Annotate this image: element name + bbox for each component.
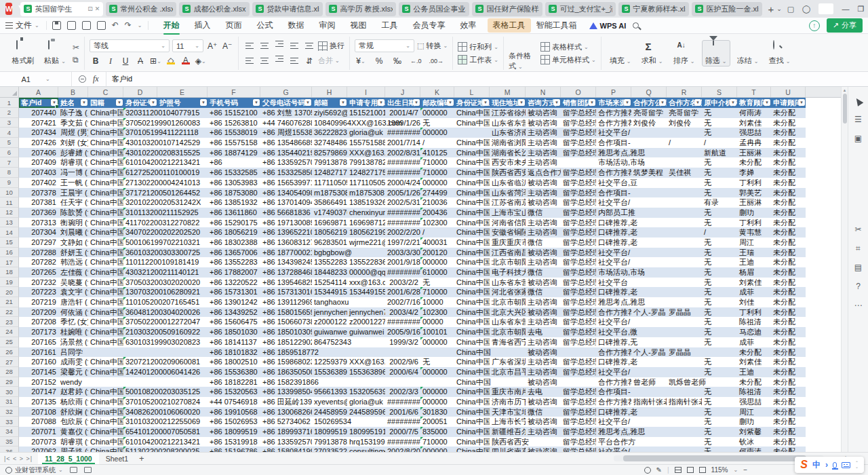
cell[interactable]: 社交平台/	[596, 248, 631, 258]
cell[interactable]: +86 19910568	[208, 407, 260, 417]
cell[interactable]: 合作方推荐	[596, 397, 631, 407]
cell[interactable]: 710000	[420, 168, 454, 178]
cell[interactable]: China中国	[454, 227, 490, 238]
cell[interactable]: 社交平台/	[596, 417, 631, 427]
cell[interactable]: jennychen7	[312, 307, 347, 318]
cell[interactable]: 000000	[420, 178, 454, 188]
column-header-O[interactable]: O	[561, 87, 596, 97]
cell[interactable]: 207219	[19, 297, 58, 307]
filter-dropdown-icon[interactable]: ▼	[798, 99, 805, 106]
row-header-2[interactable]: 2	[0, 108, 19, 118]
align-top-icon[interactable]	[243, 40, 256, 52]
cell[interactable]: 王迪	[737, 367, 771, 377]
shrink-font-button[interactable]: A⁻	[221, 40, 233, 52]
cell[interactable]: ########	[385, 397, 420, 407]
cell[interactable]: 2002/8/31	[385, 148, 420, 158]
cell[interactable]: 124827175	[312, 168, 347, 178]
cell[interactable]: 季忆 (女)	[58, 317, 88, 327]
cell[interactable]: 刘紫馨	[737, 427, 771, 437]
selection-box-icon[interactable]: ▣	[854, 134, 862, 143]
decrease-decimal-icon[interactable]: .00→	[429, 55, 445, 67]
header-cell[interactable]: 咨询方式▼	[526, 98, 561, 108]
cell[interactable]: China中国	[88, 188, 123, 198]
cell[interactable]: 207071	[19, 427, 58, 437]
cell[interactable]: 207209	[19, 307, 58, 318]
cell[interactable]: 799138782	[347, 157, 385, 168]
copy-icon[interactable]: ⧉	[73, 55, 79, 64]
cell[interactable]: 2000/6/4	[385, 367, 420, 377]
cell[interactable]: China中国	[88, 138, 123, 148]
cell[interactable]: 口碑推荐,老	[596, 227, 631, 238]
cell[interactable]	[667, 427, 702, 437]
cell[interactable]: 400031	[420, 238, 454, 248]
cell[interactable]: 留学总经理	[561, 357, 596, 367]
redo-icon[interactable]: ↷	[125, 21, 132, 30]
cell[interactable]: +86 18056219	[208, 227, 260, 238]
cell[interactable]: China中国	[454, 197, 490, 208]
cell[interactable]: 110112200109181419	[123, 257, 157, 267]
row-header-16[interactable]: 16	[0, 248, 19, 258]
cell[interactable]: 社交平台/	[596, 257, 631, 267]
cell[interactable]: 835000	[420, 427, 454, 437]
cell[interactable]: +86 18099519	[208, 427, 260, 437]
cell[interactable]: 强思喆	[737, 397, 771, 407]
cell[interactable]: +86 13220522	[208, 278, 260, 288]
new-document-tab-button[interactable]: +	[768, 3, 774, 15]
cell[interactable]	[420, 347, 454, 358]
cell[interactable]: +86 18002510	[208, 357, 260, 367]
cell[interactable]: 留学总经理	[561, 427, 596, 437]
cell[interactable]: 留学总经理	[561, 297, 596, 307]
cell[interactable]: 无	[702, 287, 737, 297]
cell[interactable]: ########	[385, 128, 420, 138]
menu-插入[interactable]: 插入	[188, 18, 218, 33]
row-header-26[interactable]: 26	[0, 347, 19, 358]
row-header-6[interactable]: 6	[0, 148, 19, 158]
cell[interactable]: 未分配	[771, 278, 806, 288]
rows-columns-button[interactable]: 行和列 ⌄	[458, 42, 498, 52]
cell[interactable]: +86 13053983	[208, 178, 260, 188]
cell[interactable]: 刘妍 (女)	[58, 138, 88, 148]
bold-button[interactable]: B	[90, 55, 102, 67]
cell[interactable]: 成菲	[737, 337, 771, 347]
cell[interactable]: 胡睿琪 (女	[58, 437, 88, 447]
cell[interactable]	[420, 377, 454, 387]
cell[interactable]: 180562199	[347, 227, 385, 238]
cell[interactable]: 山东省菏泽	[490, 188, 526, 198]
cell[interactable]: China中国	[454, 387, 490, 397]
cell[interactable]: 北京大兴区	[490, 307, 526, 318]
cell[interactable]: 被动咨询	[526, 248, 561, 258]
cell[interactable]: 留学总经理	[561, 317, 596, 327]
cell[interactable]: China中国	[454, 357, 490, 367]
cell[interactable]	[667, 437, 702, 447]
cell[interactable]	[667, 267, 702, 278]
cell[interactable]: 社交平台,豆	[596, 178, 631, 188]
distribute-icon[interactable]: ⇵	[303, 55, 315, 67]
cell[interactable]: 710000	[420, 287, 454, 297]
cell[interactable]: 口碑推荐,老	[596, 357, 631, 367]
cell[interactable]: 未分配	[771, 178, 806, 188]
cell[interactable]: 180995191	[347, 427, 385, 437]
percent-format-icon[interactable]: %	[373, 55, 385, 67]
cell[interactable]: 被动咨询	[526, 278, 561, 288]
cell[interactable]: +86 15196786	[208, 446, 260, 452]
cell[interactable]: 孟冉冉	[737, 138, 771, 148]
cell[interactable]: 2005/9/16	[385, 327, 420, 337]
cell[interactable]: 指南针张老	[667, 397, 702, 407]
cell[interactable]	[667, 417, 702, 427]
cell[interactable]	[667, 278, 702, 288]
cell[interactable]: 被动咨询	[526, 118, 561, 128]
cell[interactable]: 2002/8/20	[385, 446, 420, 452]
cell[interactable]: 被动咨询	[526, 108, 561, 118]
cell[interactable]: 无	[702, 317, 737, 327]
cell[interactable]: 衡琬明 (女	[58, 218, 88, 228]
cell[interactable]	[667, 238, 702, 248]
cell[interactable]: 周煜 (男)	[58, 128, 88, 138]
cell[interactable]: 未分配	[771, 157, 806, 168]
cell[interactable]: +86 18501030	[208, 327, 260, 337]
cell[interactable]: 蒯玏	[737, 208, 771, 218]
cell[interactable]	[667, 297, 702, 307]
cell[interactable]: 亮哥留学	[631, 108, 667, 118]
cell[interactable]: +86 1850103098	[260, 327, 312, 337]
cell[interactable]: 丁利利	[737, 178, 771, 188]
cell[interactable]: 207161	[19, 347, 58, 358]
